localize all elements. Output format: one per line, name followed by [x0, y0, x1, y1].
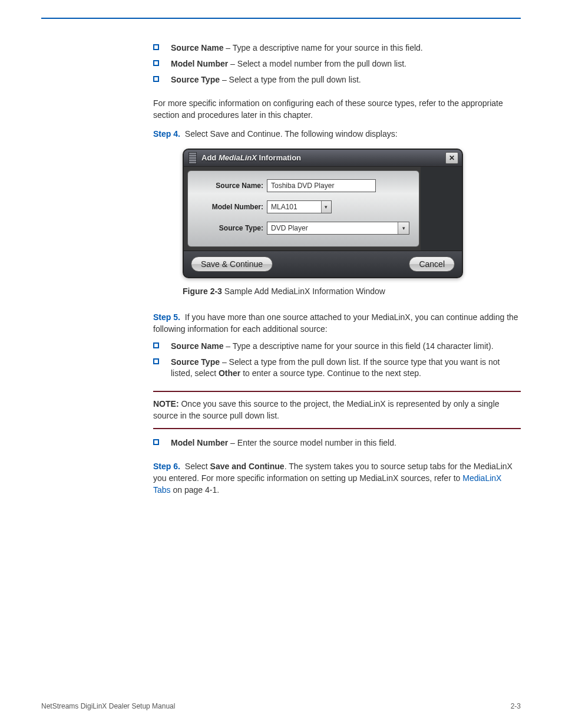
list-item: Model Number – Select a model number fro…	[153, 58, 521, 70]
note-rule-top	[153, 391, 521, 392]
page-footer: NetStreams DigiLinX Dealer Setup Manual …	[41, 702, 521, 710]
field-name: Source Type	[171, 357, 220, 367]
title-accent: MediaLinX	[219, 153, 257, 162]
save-continue-bold: Save and Continue	[210, 462, 285, 471]
field-desc: – Type a descriptive name for your sourc…	[223, 43, 422, 52]
source-type-value: DVD Player	[267, 222, 398, 234]
note-text: Once you save this source to the project…	[153, 399, 500, 420]
model-number-value: MLA101	[267, 201, 321, 213]
figure-wrap: Add MediaLinX Information ✕ Source Name:…	[183, 149, 521, 297]
fields-list-3: Model Number – Enter the source model nu…	[153, 437, 521, 449]
chevron-down-icon: ▾	[398, 222, 409, 234]
bullet-icon	[153, 439, 159, 445]
step-label: Step 4.	[153, 129, 180, 139]
fields-list-1: Source Name – Type a descriptive name fo…	[153, 42, 521, 85]
header-rule	[41, 18, 521, 19]
cancel-button[interactable]: Cancel	[409, 256, 455, 272]
bullet-icon	[153, 342, 159, 348]
bullet-icon	[153, 44, 159, 50]
bullet-icon	[153, 358, 159, 364]
field-desc: – Select a model number from the pull do…	[228, 59, 406, 68]
paragraph: For more specific information on configu…	[153, 97, 521, 121]
footer-page-number: 2-3	[511, 702, 521, 710]
step-text-d: on page 4-1.	[171, 485, 220, 495]
step-text-a: Select	[183, 462, 210, 471]
note-rule-bottom	[153, 428, 521, 429]
dialog-footer: Save & Continue Cancel	[184, 251, 462, 277]
other-bold: Other	[219, 368, 240, 378]
step-text: If you have more than one source attache…	[153, 312, 518, 334]
source-type-label: Source Type:	[197, 224, 267, 232]
field-desc: – Type a descriptive name for your sourc…	[223, 341, 493, 351]
step-label: Step 6.	[153, 462, 180, 471]
body-content: Source Name – Type a descriptive name fo…	[153, 42, 521, 496]
source-name-label: Source Name:	[197, 182, 267, 190]
fields-list-2: Source Name – Type a descriptive name fo…	[153, 341, 521, 379]
field-desc: – Select a type from the pull down list.	[220, 75, 361, 84]
list-item: Source Type – Select a type from the pul…	[153, 74, 521, 85]
figure-caption: Figure 2-3 Sample Add MediaLinX Informat…	[183, 285, 521, 297]
list-item: Source Name – Type a descriptive name fo…	[153, 341, 521, 352]
model-number-row: Model Number: MLA101 ▾	[197, 200, 409, 213]
chevron-down-icon: ▾	[321, 201, 331, 213]
bullet-icon	[153, 60, 159, 66]
step-6: Step 6. Select Save and Continue. The sy…	[153, 460, 521, 496]
field-name: Source Name	[171, 43, 223, 52]
note-label: NOTE:	[153, 399, 179, 409]
source-name-row: Source Name: Toshiba DVD Player	[197, 179, 409, 192]
model-number-select[interactable]: MLA101 ▾	[267, 200, 332, 213]
field-name: Source Name	[171, 341, 223, 351]
field-name: Model Number	[171, 438, 228, 447]
field-name: Source Type	[171, 75, 220, 84]
source-type-row: Source Type: DVD Player ▾	[197, 222, 409, 235]
dialog-titlebar: Add MediaLinX Information ✕	[184, 150, 462, 167]
step-4: Step 4. Select Save and Continue. The fo…	[153, 128, 521, 140]
field-name: Model Number	[171, 59, 228, 68]
source-type-select[interactable]: DVD Player ▾	[267, 222, 409, 235]
list-item: Source Type – Select a type from the pul…	[153, 357, 521, 379]
dialog-title: Add MediaLinX Information	[201, 153, 301, 162]
close-button[interactable]: ✕	[445, 152, 458, 164]
add-medialinx-dialog: Add MediaLinX Information ✕ Source Name:…	[183, 149, 463, 278]
title-suffix: Information	[257, 153, 301, 162]
grip-icon	[189, 152, 197, 164]
source-name-input[interactable]: Toshiba DVD Player	[267, 179, 376, 192]
save-continue-button[interactable]: Save & Continue	[191, 256, 273, 272]
step-5: Step 5. If you have more than one source…	[153, 311, 521, 335]
source-name-value: Toshiba DVD Player	[271, 182, 334, 190]
dialog-side-panel	[421, 167, 462, 251]
dialog-body: Source Name: Toshiba DVD Player Model Nu…	[184, 167, 462, 251]
close-icon: ✕	[449, 154, 455, 162]
figure-caption-text: Sample Add MediaLinX Information Window	[222, 286, 385, 296]
field-desc-2: to enter a source type. Continue to the …	[240, 368, 421, 378]
figure-label: Figure 2-3	[183, 286, 222, 296]
step-text: Select Save and Continue. The following …	[183, 129, 398, 139]
bullet-icon	[153, 76, 159, 82]
note-paragraph: NOTE: Once you save this source to the p…	[153, 398, 521, 422]
model-number-label: Model Number:	[197, 203, 267, 211]
dialog-panel: Source Name: Toshiba DVD Player Model Nu…	[187, 170, 419, 247]
footer-left: NetStreams DigiLinX Dealer Setup Manual	[41, 702, 175, 710]
list-item: Model Number – Enter the source model nu…	[153, 437, 521, 449]
list-item: Source Name – Type a descriptive name fo…	[153, 42, 521, 54]
step-label: Step 5.	[153, 312, 180, 322]
title-prefix: Add	[201, 153, 219, 162]
note-block: NOTE: Once you save this source to the p…	[153, 391, 521, 429]
field-desc: – Enter the source model number in this …	[228, 438, 396, 447]
